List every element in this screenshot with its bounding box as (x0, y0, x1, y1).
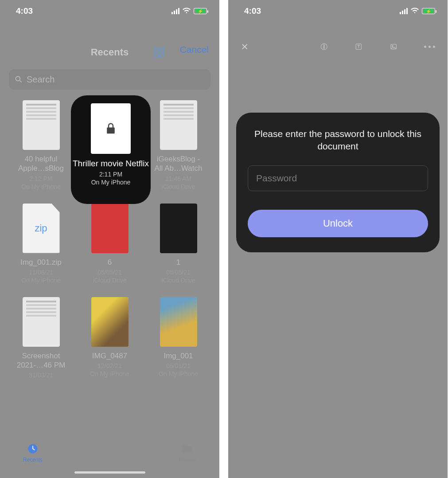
selected-file-time: 2:11 PM (99, 171, 122, 178)
page-title: Recents (91, 47, 129, 58)
file-location: On My iPhone (21, 277, 61, 284)
file-item[interactable]: 1 05/05/21 iCloud Drive (146, 204, 210, 284)
file-time: 11:46 AM (165, 175, 191, 182)
password-input[interactable] (248, 165, 428, 191)
file-time: 31/03/21 (29, 372, 53, 379)
file-thumbnail (91, 297, 129, 347)
file-name: IMG_0487 (92, 351, 127, 360)
file-name: 40 helpful Apple…sBlog (18, 154, 64, 173)
file-thumbnail (23, 297, 60, 347)
charging-icon: ⚡ (198, 9, 203, 14)
file-item[interactable]: 6 05/05/21 iCloud Drive (78, 204, 142, 284)
file-location: On My iPhone (21, 183, 61, 190)
wifi-icon (182, 7, 191, 16)
file-thumbnail (91, 204, 129, 253)
file-thumbnail (160, 204, 197, 253)
pen-tool-icon[interactable] (320, 39, 328, 54)
file-item[interactable]: iGeeksBlog - All Ab…Watch 11:46 AM iClou… (146, 100, 210, 190)
file-time: 2:12 PM (29, 175, 52, 182)
home-indicator[interactable] (74, 471, 145, 474)
tab-recents[interactable]: Recents (23, 443, 43, 463)
file-time: 05/01/21 (166, 362, 191, 369)
status-icons: ⚡ (171, 7, 207, 16)
clock-icon (27, 443, 39, 455)
tab-label: Recents (23, 457, 43, 463)
file-location: On My iPhone (159, 370, 198, 377)
tab-browse[interactable]: Browse (179, 443, 196, 463)
file-location: iCloud Drive (161, 277, 195, 284)
cancel-button[interactable]: Cancel (180, 44, 209, 55)
battery-icon: ⚡ (422, 8, 435, 14)
file-name: 1 (176, 258, 180, 267)
file-item[interactable]: Screenshot 2021-…46 PM 31/03/21 (9, 297, 73, 380)
svg-point-4 (16, 76, 20, 81)
file-thumbnail (160, 297, 197, 347)
folder-icon (181, 443, 194, 455)
status-bar: 4:03 ⚡ (0, 0, 219, 22)
svg-line-5 (20, 81, 22, 82)
close-button[interactable] (241, 39, 249, 54)
search-placeholder: Search (27, 74, 55, 85)
file-location: On My iPhone (90, 370, 129, 377)
files-app-screen: 4:03 ⚡ Recents Cancel Search (0, 0, 219, 478)
battery-icon: ⚡ (194, 8, 207, 14)
status-icons: ⚡ (400, 7, 435, 16)
svg-point-12 (392, 45, 393, 46)
file-thumbnail (160, 100, 197, 150)
cellular-icon (171, 8, 179, 14)
file-location: iCloud Drive (93, 277, 126, 284)
file-time: 05/05/21 (97, 269, 122, 276)
selected-file-name: Thriller movie Netflix (73, 158, 149, 169)
file-name: Img_001 (164, 351, 193, 360)
editor-toolbar (228, 31, 448, 62)
wifi-icon (410, 7, 419, 16)
svg-rect-1 (160, 48, 164, 51)
image-tool-icon[interactable] (390, 39, 398, 54)
file-name: iGeeksBlog - All Ab…Watch (154, 154, 202, 173)
file-item[interactable]: zip Img_001.zip 11/08/21 On My iPhone (9, 204, 73, 284)
file-time: 05/05/21 (166, 269, 191, 276)
selected-file-card[interactable]: Thriller movie Netflix 2:11 PM On My iPh… (71, 95, 151, 204)
file-thumbnail: zip (23, 204, 60, 253)
svg-rect-2 (155, 53, 158, 57)
selected-file-location: On My iPhone (91, 179, 131, 186)
file-name: Img_001.zip (20, 258, 62, 267)
file-item[interactable]: Img_001 05/01/21 On My iPhone (146, 297, 210, 380)
file-thumbnail (23, 100, 60, 150)
editor-unlock-screen: 4:03 ⚡ Please enter t (228, 0, 448, 478)
unlock-dialog: Please enter the password to unlock this… (236, 113, 440, 252)
zip-label: zip (35, 223, 47, 234)
status-bar: 4:03 ⚡ (228, 0, 448, 22)
file-name: Screenshot 2021-…46 PM (17, 351, 66, 370)
status-time: 4:03 (16, 6, 33, 16)
svg-rect-0 (155, 48, 158, 51)
status-time: 4:03 (244, 6, 261, 16)
file-item[interactable]: IMG_0487 12/02/21 On My iPhone (78, 297, 142, 380)
file-item[interactable]: 40 helpful Apple…sBlog 2:12 PM On My iPh… (9, 100, 73, 190)
svg-rect-3 (160, 53, 164, 57)
charging-icon: ⚡ (426, 9, 431, 14)
grid-view-icon[interactable] (153, 46, 165, 60)
text-tool-icon[interactable] (355, 39, 363, 54)
locked-file-thumbnail (91, 103, 131, 154)
file-time: 12/02/21 (97, 362, 122, 369)
files-header: Recents Cancel (0, 40, 219, 65)
more-button[interactable] (424, 39, 435, 54)
search-bar[interactable]: Search (9, 69, 210, 90)
file-name: 6 (108, 258, 112, 267)
file-location: iCloud Drive (161, 183, 195, 190)
unlock-button[interactable]: Unlock (248, 210, 428, 237)
more-icon (424, 46, 435, 48)
unlock-message: Please enter the password to unlock this… (248, 128, 428, 153)
file-time: 11/08/21 (29, 269, 53, 276)
tab-label: Browse (179, 457, 196, 463)
cellular-icon (400, 8, 408, 14)
search-icon (14, 75, 23, 84)
lock-icon (104, 121, 117, 137)
